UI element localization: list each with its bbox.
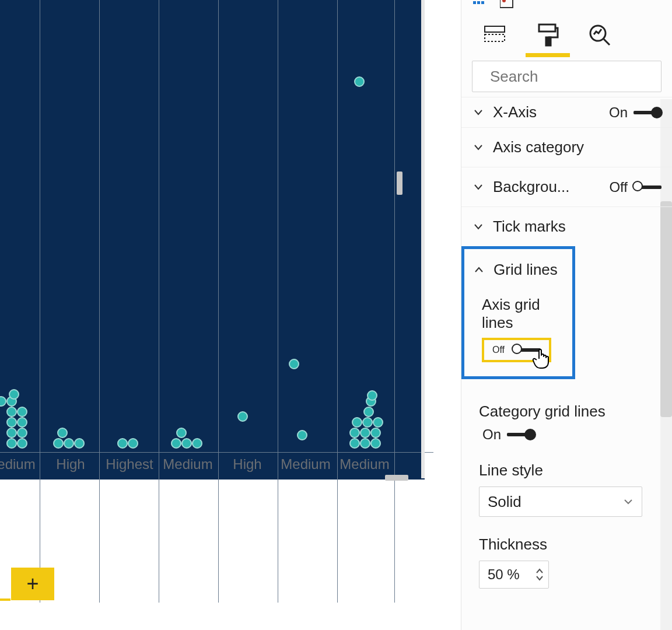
data-point[interactable] <box>349 438 360 449</box>
paint-roller-icon <box>537 23 559 47</box>
data-point[interactable] <box>297 430 307 440</box>
x-axis-labels: edium High Highest Medium High Medium Me… <box>0 456 425 480</box>
magnifier-chart-icon <box>589 24 612 46</box>
search-field[interactable] <box>489 67 672 86</box>
data-point[interactable] <box>176 428 187 438</box>
data-point[interactable] <box>370 438 381 449</box>
axis-label: Medium <box>163 456 212 473</box>
analytics-tab-alt-icon[interactable] <box>500 0 514 10</box>
data-point[interactable] <box>6 407 17 417</box>
background-toggle[interactable]: Off <box>609 179 662 195</box>
data-point[interactable] <box>6 417 17 428</box>
toggle-state: On <box>482 426 501 443</box>
highlight-annotation: Grid lines Axis grid lines Off <box>461 246 575 379</box>
data-point[interactable] <box>362 417 373 428</box>
grid-line <box>40 0 40 603</box>
resize-handle-bottom[interactable] <box>385 475 408 481</box>
section-axis-category[interactable]: Axis category <box>461 127 672 167</box>
tab-fields[interactable] <box>482 22 508 48</box>
axis-grid-lines-toggle[interactable]: Off <box>482 338 551 362</box>
axis-label: Medium <box>340 456 389 473</box>
section-label: Backgrou... <box>493 178 601 196</box>
svg-rect-11 <box>546 37 551 46</box>
section-label: Grid lines <box>494 261 564 279</box>
data-point[interactable] <box>349 428 360 438</box>
axis-label: High <box>56 456 85 473</box>
toggle-state: On <box>609 104 628 121</box>
current-tab-indicator <box>0 598 10 601</box>
grid-line <box>99 0 100 603</box>
chevron-down-icon[interactable] <box>536 575 544 581</box>
data-point[interactable] <box>6 438 17 449</box>
svg-rect-3 <box>473 1 476 4</box>
data-point[interactable] <box>171 438 181 449</box>
thickness-stepper[interactable]: 50 % <box>479 561 549 589</box>
section-label: Axis category <box>493 138 662 156</box>
fields-icon <box>484 25 507 45</box>
data-point[interactable] <box>64 438 74 449</box>
plus-icon: + <box>26 572 38 596</box>
data-point[interactable] <box>74 438 85 449</box>
data-point[interactable] <box>237 411 248 422</box>
data-point[interactable] <box>360 428 370 438</box>
svg-point-7 <box>502 0 506 2</box>
x-axis-toggle[interactable]: On <box>609 104 662 121</box>
visual-frame-edge <box>421 0 425 478</box>
tab-analytics[interactable] <box>587 22 613 48</box>
data-point[interactable] <box>360 438 370 449</box>
section-background[interactable]: Backgrou... Off <box>461 167 672 206</box>
data-point[interactable] <box>128 438 138 449</box>
data-point[interactable] <box>289 359 299 369</box>
data-point[interactable] <box>192 438 202 449</box>
resize-handle-right[interactable] <box>397 172 402 195</box>
data-point[interactable] <box>373 417 383 428</box>
grid-line <box>159 0 159 603</box>
data-point[interactable] <box>352 417 362 428</box>
axis-line <box>0 452 433 453</box>
data-point[interactable] <box>181 438 192 449</box>
visualizations-icon[interactable] <box>473 0 487 10</box>
chevron-up-icon[interactable] <box>536 568 544 574</box>
chart-canvas[interactable]: edium High Highest Medium High Medium Me… <box>0 0 461 630</box>
chevron-up-icon <box>473 264 485 276</box>
grid-line <box>337 0 338 603</box>
data-point[interactable] <box>17 438 27 449</box>
data-point[interactable] <box>354 76 365 87</box>
search-input[interactable] <box>472 61 662 92</box>
svg-rect-9 <box>485 34 505 41</box>
data-point[interactable] <box>53 438 64 449</box>
data-point[interactable] <box>6 428 17 438</box>
chevron-down-icon <box>472 181 485 194</box>
svg-rect-5 <box>481 1 484 4</box>
data-point[interactable] <box>117 438 128 449</box>
data-point[interactable] <box>367 390 377 401</box>
section-x-axis[interactable]: X-Axis On <box>461 97 672 127</box>
toggle-state: Off <box>492 345 505 355</box>
chevron-down-icon <box>472 141 485 154</box>
grid-line <box>278 0 278 603</box>
data-point[interactable] <box>370 428 381 438</box>
data-point[interactable] <box>9 389 19 400</box>
section-grid-lines[interactable]: Grid lines <box>464 254 572 285</box>
thickness-label: Thickness <box>461 517 672 561</box>
line-style-select[interactable]: Solid <box>479 487 642 517</box>
data-point[interactable] <box>363 407 374 417</box>
add-page-button[interactable]: + <box>11 568 54 600</box>
chart-plot-area <box>0 0 425 480</box>
data-point[interactable] <box>17 428 27 438</box>
select-value: Solid <box>488 493 522 511</box>
axis-label: High <box>233 456 261 473</box>
category-grid-lines-label: Category grid lines <box>461 379 672 426</box>
chevron-down-icon <box>472 220 485 233</box>
svg-rect-8 <box>485 26 505 32</box>
data-point[interactable] <box>57 428 68 438</box>
axis-label: Medium <box>281 456 330 473</box>
section-tick-marks[interactable]: Tick marks <box>461 206 672 246</box>
section-label: X-Axis <box>493 103 601 121</box>
category-grid-lines-toggle[interactable]: On <box>479 426 672 443</box>
tab-format[interactable] <box>535 22 561 48</box>
axis-label: edium <box>0 456 36 473</box>
cursor-hand-icon <box>532 348 552 374</box>
data-point[interactable] <box>17 417 27 428</box>
data-point[interactable] <box>17 407 27 417</box>
